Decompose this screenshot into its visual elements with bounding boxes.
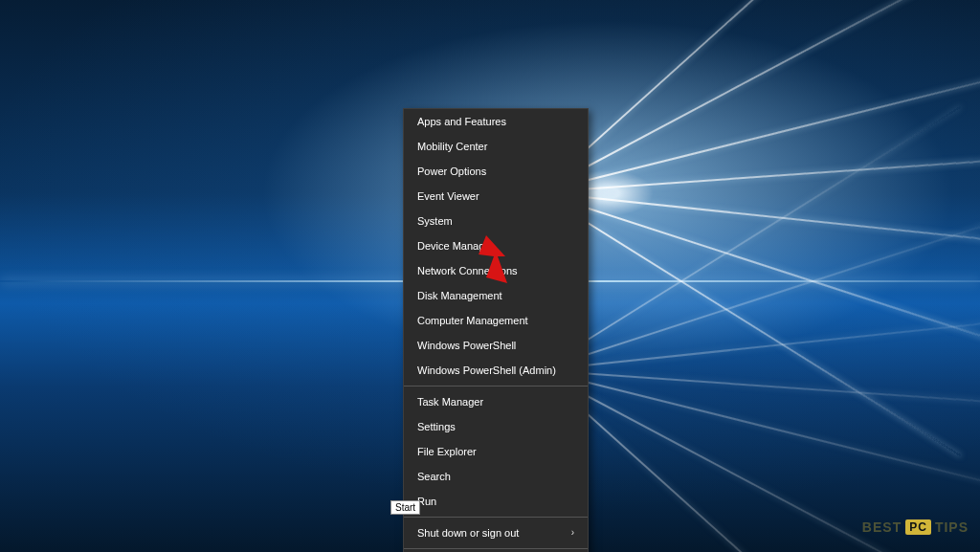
chevron-right-icon: › [571, 526, 574, 540]
tooltip-label: Start [395, 502, 415, 513]
start-tooltip: Start [390, 500, 420, 515]
menu-item-file-explorer[interactable]: File Explorer [404, 439, 588, 464]
menu-item-system[interactable]: System [404, 209, 588, 233]
light-beam-icon [539, 369, 910, 552]
light-beam-icon [539, 307, 980, 371]
menu-item-windows-powershell[interactable]: Windows PowerShell [404, 333, 588, 358]
menu-separator [404, 517, 588, 518]
menu-item-power-options[interactable]: Power Options [404, 159, 588, 184]
menu-item-disk-management[interactable]: Disk Management [404, 283, 588, 308]
menu-item-label: Power Options [417, 165, 486, 178]
menu-item-label: Disk Management [417, 289, 502, 302]
light-beam-icon [539, 191, 980, 255]
menu-item-computer-management[interactable]: Computer Management [404, 308, 588, 333]
menu-item-label: Computer Management [417, 314, 528, 327]
menu-item-label: Windows PowerShell (Admin) [417, 364, 556, 377]
menu-item-label: Shut down or sign out [417, 526, 519, 540]
menu-item-label: Apps and Features [417, 115, 506, 128]
menu-item-label: Windows PowerShell [417, 339, 516, 352]
menu-item-apps-and-features[interactable]: Apps and Features [404, 109, 588, 134]
menu-item-network-connections[interactable]: Network Connections [404, 258, 588, 283]
menu-item-label: Task Manager [417, 395, 483, 408]
watermark-suffix: TIPS [935, 519, 969, 535]
watermark-badge: PC [905, 519, 931, 535]
light-beam-icon [539, 0, 910, 193]
menu-item-label: File Explorer [417, 445, 477, 458]
light-beam-icon [539, 191, 962, 456]
menu-item-windows-powershell-admin[interactable]: Windows PowerShell (Admin) [404, 358, 588, 383]
menu-item-mobility-center[interactable]: Mobility Center [404, 134, 588, 159]
menu-item-device-manager[interactable]: Device Manager [404, 233, 588, 258]
menu-item-label: Network Connections [417, 264, 518, 277]
menu-item-settings[interactable]: Settings [404, 414, 588, 439]
menu-item-label: System [417, 214, 453, 228]
watermark-logo: BEST PC TIPS [862, 519, 969, 535]
light-beam-icon [539, 191, 980, 364]
menu-item-search[interactable]: Search [404, 464, 588, 489]
menu-item-shut-down-or-sign-out[interactable]: Shut down or sign out › [404, 520, 588, 545]
winx-context-menu: Apps and Features Mobility Center Power … [403, 108, 589, 552]
menu-item-event-viewer[interactable]: Event Viewer [404, 184, 588, 209]
menu-item-label: Event Viewer [417, 189, 479, 203]
menu-item-label: Settings [417, 420, 456, 433]
menu-item-label: Mobility Center [417, 140, 487, 153]
menu-separator [404, 386, 588, 386]
menu-item-label: Device Manager [417, 239, 494, 253]
menu-item-run[interactable]: Run [404, 489, 588, 514]
menu-separator [404, 548, 588, 549]
menu-item-label: Search [417, 470, 451, 483]
menu-item-task-manager[interactable]: Task Manager [404, 389, 588, 414]
watermark-prefix: BEST [862, 519, 902, 535]
